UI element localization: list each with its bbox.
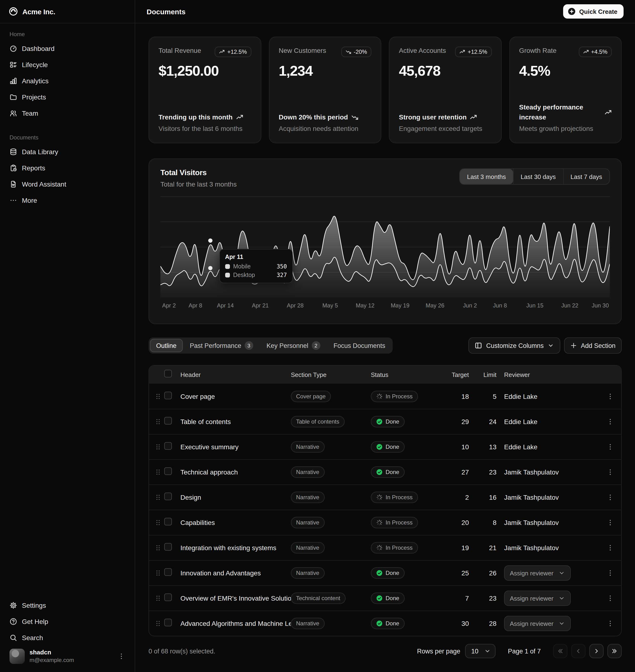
target-value[interactable]: 10 bbox=[441, 443, 477, 451]
limit-value[interactable]: 8 bbox=[477, 519, 504, 527]
target-value[interactable]: 20 bbox=[441, 519, 477, 527]
row-header[interactable]: Innovation and Advantages bbox=[180, 569, 291, 577]
row-header[interactable]: Table of contents bbox=[180, 418, 291, 425]
sidebar-item-dashboard[interactable]: Dashboard bbox=[6, 41, 129, 56]
limit-value[interactable]: 24 bbox=[477, 418, 504, 425]
target-value[interactable]: 18 bbox=[441, 393, 477, 400]
target-value[interactable]: 30 bbox=[441, 620, 477, 627]
row-menu-button[interactable] bbox=[602, 494, 618, 501]
drag-handle[interactable] bbox=[152, 595, 164, 602]
drag-handle[interactable] bbox=[152, 544, 164, 552]
drag-handle[interactable] bbox=[152, 569, 164, 577]
limit-value[interactable]: 26 bbox=[477, 569, 504, 577]
row-header[interactable]: Cover page bbox=[180, 393, 291, 400]
target-value[interactable]: 19 bbox=[441, 544, 477, 552]
row-menu-button[interactable] bbox=[602, 620, 618, 627]
row-checkbox[interactable] bbox=[164, 493, 172, 500]
drag-handle[interactable] bbox=[152, 393, 164, 400]
drag-handle[interactable] bbox=[152, 519, 164, 527]
assign-reviewer-select[interactable]: Assign reviewer bbox=[504, 565, 571, 581]
sidebar-item-analytics[interactable]: Analytics bbox=[6, 73, 129, 89]
sidebar-item-projects[interactable]: Projects bbox=[6, 89, 129, 105]
stat-card-growth-rate: Growth Rate +4.5% 4.5% Steady performanc… bbox=[509, 37, 622, 143]
last-page-button[interactable] bbox=[607, 644, 622, 658]
range-last-30-days[interactable]: Last 30 days bbox=[513, 169, 563, 184]
drag-handle[interactable] bbox=[152, 494, 164, 501]
row-header[interactable]: Technical approach bbox=[180, 468, 291, 476]
target-value[interactable]: 29 bbox=[441, 418, 477, 425]
range-last-3-months[interactable]: Last 3 months bbox=[460, 169, 513, 184]
target-value[interactable]: 25 bbox=[441, 569, 477, 577]
tab-focus-documents[interactable]: Focus Documents bbox=[327, 339, 392, 352]
row-checkbox[interactable] bbox=[164, 467, 172, 475]
row-header[interactable]: Advanced Algorithms and Machine Learning bbox=[180, 620, 291, 627]
drag-handle[interactable] bbox=[152, 443, 164, 451]
add-section-button[interactable]: Add Section bbox=[564, 337, 622, 354]
row-menu-button[interactable] bbox=[602, 418, 618, 425]
target-value[interactable]: 7 bbox=[441, 595, 477, 602]
quick-create-button[interactable]: Quick Create bbox=[563, 4, 623, 19]
range-last-7-days[interactable]: Last 7 days bbox=[563, 169, 609, 184]
status-badge: In Process bbox=[371, 542, 418, 554]
sidebar-item-search[interactable]: Search bbox=[6, 630, 129, 645]
row-header[interactable]: Integration with existing systems bbox=[180, 544, 291, 552]
card-label: Active Accounts bbox=[399, 47, 446, 54]
next-page-button[interactable] bbox=[589, 644, 604, 658]
row-checkbox[interactable] bbox=[164, 417, 172, 425]
limit-value[interactable]: 28 bbox=[477, 620, 504, 627]
row-checkbox[interactable] bbox=[164, 593, 172, 601]
tooltip-row-desktop: Desktop 327 bbox=[225, 272, 287, 278]
row-header[interactable]: Capabilities bbox=[180, 519, 291, 527]
row-menu-button[interactable] bbox=[602, 569, 618, 577]
rows-per-page-select[interactable]: 10 bbox=[465, 644, 496, 658]
grip-icon bbox=[154, 418, 162, 425]
sidebar-item-word-assistant[interactable]: Word Assistant bbox=[6, 177, 129, 192]
sidebar-item-settings[interactable]: Settings bbox=[6, 598, 129, 613]
tab-past-performance[interactable]: Past Performance 3 bbox=[184, 339, 259, 352]
workspace-switcher[interactable]: Acme Inc. bbox=[0, 0, 135, 23]
sidebar-item-lifecycle[interactable]: Lifecycle bbox=[6, 57, 129, 72]
row-menu-button[interactable] bbox=[602, 443, 618, 451]
sidebar-item-data-library[interactable]: Data Library bbox=[6, 144, 129, 159]
limit-value[interactable]: 16 bbox=[477, 494, 504, 501]
row-checkbox[interactable] bbox=[164, 619, 172, 626]
customize-columns-button[interactable]: Customize Columns bbox=[468, 337, 561, 354]
row-header[interactable]: Overview of EMR's Innovative Solutions bbox=[180, 595, 291, 602]
row-header[interactable]: Executive summary bbox=[180, 443, 291, 451]
sidebar-item-get-help[interactable]: Get Help bbox=[6, 614, 129, 629]
row-checkbox[interactable] bbox=[164, 543, 172, 551]
assign-reviewer-select[interactable]: Assign reviewer bbox=[504, 590, 571, 606]
sidebar-item-reports[interactable]: Reports bbox=[6, 160, 129, 176]
target-value[interactable]: 2 bbox=[441, 494, 477, 501]
first-page-button[interactable] bbox=[553, 644, 567, 658]
row-menu-button[interactable] bbox=[602, 544, 618, 552]
target-value[interactable]: 27 bbox=[441, 468, 477, 476]
limit-value[interactable]: 13 bbox=[477, 443, 504, 451]
limit-value[interactable]: 5 bbox=[477, 393, 504, 400]
drag-handle[interactable] bbox=[152, 468, 164, 476]
drag-handle[interactable] bbox=[152, 418, 164, 425]
select-all-checkbox[interactable] bbox=[164, 370, 172, 377]
visitors-chart[interactable]: Apr 2Apr 8Apr 14Apr 21Apr 28May 5May 12M… bbox=[160, 196, 610, 310]
row-menu-button[interactable] bbox=[602, 595, 618, 602]
user-menu-dots-icon[interactable] bbox=[117, 652, 125, 660]
limit-value[interactable]: 23 bbox=[477, 468, 504, 476]
prev-page-button[interactable] bbox=[571, 644, 586, 658]
sidebar-item-more[interactable]: More bbox=[6, 193, 129, 208]
row-checkbox[interactable] bbox=[164, 568, 172, 576]
tab-key-personnel[interactable]: Key Personnel 2 bbox=[260, 339, 327, 352]
row-header[interactable]: Design bbox=[180, 494, 291, 501]
sidebar-item-team[interactable]: Team bbox=[6, 106, 129, 121]
row-checkbox[interactable] bbox=[164, 518, 172, 525]
limit-value[interactable]: 23 bbox=[477, 595, 504, 602]
row-menu-button[interactable] bbox=[602, 468, 618, 476]
drag-handle[interactable] bbox=[152, 620, 164, 627]
limit-value[interactable]: 21 bbox=[477, 544, 504, 552]
row-menu-button[interactable] bbox=[602, 393, 618, 400]
user-menu[interactable]: shadcn m@example.com bbox=[6, 645, 129, 667]
row-checkbox[interactable] bbox=[164, 442, 172, 450]
assign-reviewer-select[interactable]: Assign reviewer bbox=[504, 616, 571, 631]
row-menu-button[interactable] bbox=[602, 519, 618, 527]
row-checkbox[interactable] bbox=[164, 391, 172, 399]
tab-outline[interactable]: Outline bbox=[150, 339, 183, 352]
